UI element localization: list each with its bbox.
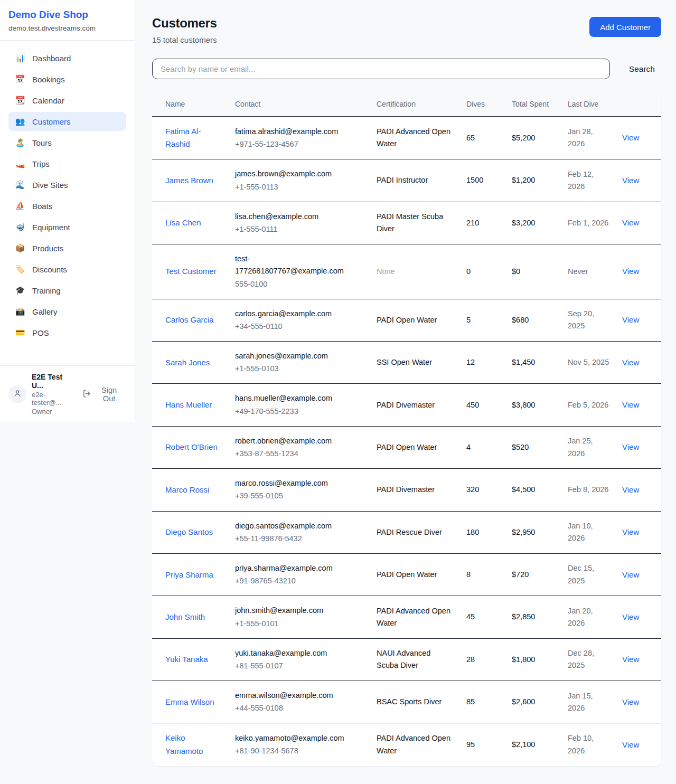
customer-dives: 5 xyxy=(460,299,505,341)
brand-name[interactable]: Demo Dive Shop xyxy=(8,9,126,21)
customer-certification: PADI Open Water xyxy=(370,299,460,341)
column-header-total-spent: Total Spent xyxy=(505,92,561,117)
view-customer-link[interactable]: View xyxy=(622,218,639,227)
customer-dives: 320 xyxy=(460,469,505,511)
customer-phone: +971-55-123-4567 xyxy=(235,138,349,150)
customer-name-link[interactable]: Test Customer xyxy=(165,267,217,276)
sidebar-item-pos[interactable]: 💳 POS xyxy=(8,323,126,342)
grad-cap-icon: 🎓 xyxy=(15,286,25,295)
customer-total-spent: $1,450 xyxy=(505,342,561,384)
table-row: Marco Rossi marco.rossi@example.com +39-… xyxy=(152,469,661,511)
user-block: E2E Test U... e2e-tester@... Owner xyxy=(32,373,74,415)
package-icon: 📦 xyxy=(15,243,25,253)
table-row: Lisa Chen lisa.chen@example.com +1-555-0… xyxy=(152,202,661,244)
customer-name-link[interactable]: Carlos Garcia xyxy=(165,315,214,324)
customer-total-spent: $1,200 xyxy=(505,159,561,202)
main-content: Customers 15 total customers Add Custome… xyxy=(135,0,676,784)
view-customer-link[interactable]: View xyxy=(622,176,639,185)
sign-out-label: Sign Out xyxy=(95,386,123,403)
customer-dives: 4 xyxy=(460,426,505,468)
table-row: Keiko Yamamoto keiko.yamamoto@example.co… xyxy=(152,723,661,766)
sidebar-footer: E2E Test U... e2e-tester@... Owner Sign … xyxy=(0,365,135,422)
customer-phone: +1-555-0113 xyxy=(235,181,349,193)
customer-email: test-1772681807767@example.com xyxy=(235,253,349,277)
sidebar-item-equipment[interactable]: 🤿 Equipment xyxy=(8,218,126,237)
calendar-17-icon: 📅 xyxy=(15,74,25,84)
customer-name-link[interactable]: Fatima Al-Rashid xyxy=(165,127,201,148)
customer-dives: 180 xyxy=(460,511,505,553)
customer-last-dive: Never xyxy=(561,244,616,299)
sidebar-item-discounts[interactable]: 🏷️ Discounts xyxy=(8,260,126,279)
customer-email: yuki.tanaka@example.com xyxy=(235,647,349,659)
table-row: Yuki Tanaka yuki.tanaka@example.com +81-… xyxy=(152,638,661,681)
customer-name-link[interactable]: Emma Wilson xyxy=(165,697,214,706)
view-customer-link[interactable]: View xyxy=(622,485,639,494)
sidebar-item-training[interactable]: 🎓 Training xyxy=(8,281,126,300)
page-title: Customers xyxy=(152,16,217,31)
add-customer-button[interactable]: Add Customer xyxy=(589,17,661,37)
customer-name-link[interactable]: Marco Rossi xyxy=(165,485,209,494)
customer-name-link[interactable]: James Brown xyxy=(165,176,213,185)
sidebar-item-customers[interactable]: 👥 Customers xyxy=(8,112,126,131)
search-input[interactable] xyxy=(152,59,610,79)
view-customer-link[interactable]: View xyxy=(622,740,639,749)
view-customer-link[interactable]: View xyxy=(622,527,639,536)
column-header-actions xyxy=(616,92,661,117)
customer-name-link[interactable]: John Smith xyxy=(165,612,205,621)
customer-certification: PADI Advanced Open Water xyxy=(370,723,460,766)
credit-card-icon: 💳 xyxy=(15,328,25,337)
customer-name-link[interactable]: Lisa Chen xyxy=(165,218,201,227)
sidebar-item-products[interactable]: 📦 Products xyxy=(8,239,126,258)
customer-total-spent: $4,500 xyxy=(505,469,561,511)
customer-email: emma.wilson@example.com xyxy=(235,689,349,702)
sidebar-item-tours[interactable]: 🏝️ Tours xyxy=(8,133,126,152)
view-customer-link[interactable]: View xyxy=(622,442,639,451)
customer-total-spent: $2,100 xyxy=(505,723,561,766)
sidebar-item-boats[interactable]: ⛵ Boats xyxy=(8,196,126,215)
sidebar-item-dive-sites[interactable]: 🌊 Dive Sites xyxy=(8,175,126,194)
customer-name-link[interactable]: Diego Santos xyxy=(165,527,213,536)
user-role: Owner xyxy=(32,408,74,415)
customer-name-link[interactable]: Hans Mueller xyxy=(165,400,212,409)
sign-out-button[interactable]: Sign Out xyxy=(79,385,126,403)
sidebar-item-bookings[interactable]: 📅 Bookings xyxy=(8,70,126,89)
search-bar: Search xyxy=(152,59,661,79)
customer-total-spent: $3,800 xyxy=(505,384,561,426)
view-customer-link[interactable]: View xyxy=(622,315,639,324)
sidebar-item-dashboard[interactable]: 📊 Dashboard xyxy=(8,49,126,68)
customer-email: fatima.alrashid@example.com xyxy=(235,126,349,138)
table-row: Hans Mueller hans.mueller@example.com +4… xyxy=(152,384,661,426)
view-customer-link[interactable]: View xyxy=(622,570,639,579)
view-customer-link[interactable]: View xyxy=(622,612,639,621)
customer-phone: +39-555-0105 xyxy=(235,490,349,502)
view-customer-link[interactable]: View xyxy=(622,133,639,142)
customer-last-dive: Feb 12, 2026 xyxy=(561,159,616,202)
sidebar-item-gallery[interactable]: 📸 Gallery xyxy=(8,302,126,321)
customer-email: robert.obrien@example.com xyxy=(235,435,349,447)
user-email: e2e-tester@... xyxy=(32,391,74,407)
customer-name-link[interactable]: Sarah Jones xyxy=(165,358,210,367)
sidebar-item-calendar[interactable]: 📆 Calendar xyxy=(8,91,126,110)
customer-last-dive: Jan 20, 2026 xyxy=(561,596,616,638)
customer-name-link[interactable]: Keiko Yamamoto xyxy=(165,733,203,755)
table-row: Fatima Al-Rashid fatima.alrashid@example… xyxy=(152,117,661,159)
customer-name-link[interactable]: Priya Sharma xyxy=(165,570,213,579)
view-customer-link[interactable]: View xyxy=(622,655,639,664)
view-customer-link[interactable]: View xyxy=(622,267,639,276)
view-customer-link[interactable]: View xyxy=(622,358,639,367)
table-row: James Brown james.brown@example.com +1-5… xyxy=(152,159,661,202)
customer-total-spent: $2,850 xyxy=(505,596,561,638)
view-customer-link[interactable]: View xyxy=(622,697,639,706)
search-button[interactable]: Search xyxy=(629,60,655,78)
customer-name-link[interactable]: Robert O'Brien xyxy=(165,442,218,451)
customer-total-spent: $680 xyxy=(505,299,561,341)
customer-total-spent: $3,200 xyxy=(505,202,561,244)
customer-certification: PADI Instructor xyxy=(370,159,460,202)
column-header-certification: Certification xyxy=(370,92,460,117)
customer-last-dive: Sep 20, 2025 xyxy=(561,299,616,341)
customer-name-link[interactable]: Yuki Tanaka xyxy=(165,655,208,664)
sidebar-item-trips[interactable]: 🚤 Trips xyxy=(8,154,126,173)
view-customer-link[interactable]: View xyxy=(622,400,639,409)
customer-certification: PADI Divemaster xyxy=(370,469,460,511)
customer-certification: PADI Advanced Open Water xyxy=(370,596,460,638)
